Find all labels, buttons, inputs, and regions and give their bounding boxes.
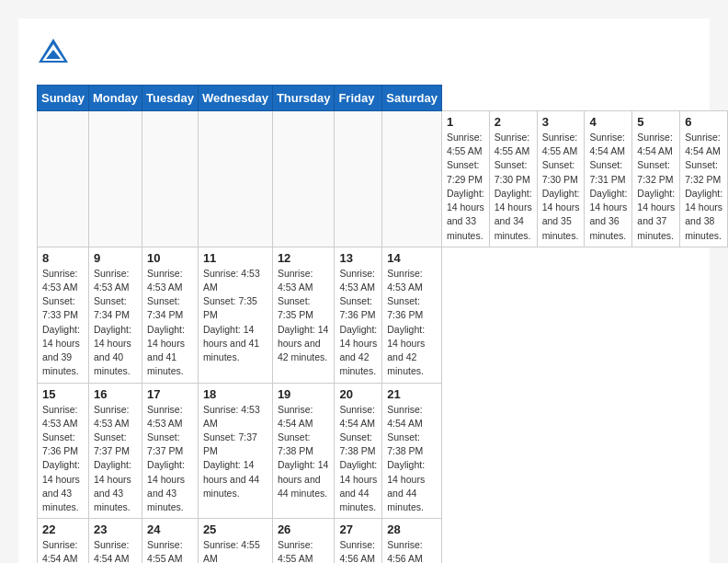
weekday-monday: Monday	[88, 86, 142, 111]
day-number: 16	[94, 387, 137, 401]
weekday-sunday: Sunday	[38, 86, 89, 111]
calendar-cell: 28Sunrise: 4:56 AMSunset: 7:39 PMDayligh…	[382, 519, 442, 563]
weekday-thursday: Thursday	[272, 86, 335, 111]
calendar-week-1: 1Sunrise: 4:55 AMSunset: 7:29 PMDaylight…	[38, 111, 729, 247]
calendar-cell: 2Sunrise: 4:55 AMSunset: 7:30 PMDaylight…	[489, 111, 537, 247]
day-info: Sunrise: 4:53 AMSunset: 7:36 PMDaylight:…	[42, 403, 84, 515]
calendar-cell: 4Sunrise: 4:54 AMSunset: 7:31 PMDaylight…	[585, 111, 632, 247]
day-number: 21	[387, 387, 437, 401]
calendar-cell: 17Sunrise: 4:53 AMSunset: 7:37 PMDayligh…	[142, 383, 199, 519]
calendar-cell: 21Sunrise: 4:54 AMSunset: 7:38 PMDayligh…	[382, 383, 442, 519]
calendar-cell: 24Sunrise: 4:55 AMSunset: 7:39 PMDayligh…	[142, 519, 199, 563]
calendar-cell: 3Sunrise: 4:55 AMSunset: 7:30 PMDaylight…	[537, 111, 585, 247]
weekday-saturday: Saturday	[382, 86, 442, 111]
weekday-header-row: SundayMondayTuesdayWednesdayThursdayFrid…	[38, 86, 729, 111]
day-info: Sunrise: 4:54 AMSunset: 7:32 PMDaylight:…	[685, 131, 722, 243]
day-info: Sunrise: 4:55 AMSunset: 7:30 PMDaylight:…	[495, 131, 532, 243]
calendar-cell: 23Sunrise: 4:54 AMSunset: 7:39 PMDayligh…	[88, 519, 142, 563]
day-number: 28	[387, 523, 437, 536]
day-info: Sunrise: 4:54 AMSunset: 7:38 PMDaylight:…	[42, 538, 84, 563]
day-info: Sunrise: 4:54 AMSunset: 7:38 PMDaylight:…	[278, 403, 330, 501]
day-number: 11	[203, 251, 267, 265]
day-number: 1	[447, 115, 484, 129]
day-info: Sunrise: 4:53 AMSunset: 7:36 PMDaylight:…	[387, 267, 437, 379]
day-number: 18	[203, 387, 267, 401]
calendar-page: SundayMondayTuesdayWednesdayThursdayFrid…	[18, 18, 710, 563]
calendar-cell: 26Sunrise: 4:55 AMSunset: 7:39 PMDayligh…	[272, 519, 335, 563]
day-info: Sunrise: 4:55 AMSunset: 7:29 PMDaylight:…	[447, 131, 484, 243]
calendar-cell: 16Sunrise: 4:53 AMSunset: 7:37 PMDayligh…	[88, 383, 142, 519]
day-number: 3	[542, 115, 580, 129]
calendar-cell: 6Sunrise: 4:54 AMSunset: 7:32 PMDaylight…	[680, 111, 728, 247]
day-number: 9	[94, 251, 137, 265]
calendar-table: SundayMondayTuesdayWednesdayThursdayFrid…	[37, 85, 728, 563]
calendar-cell: 1Sunrise: 4:55 AMSunset: 7:29 PMDaylight…	[441, 111, 489, 247]
calendar-cell: 18Sunrise: 4:53 AMSunset: 7:37 PMDayligh…	[198, 383, 272, 519]
day-info: Sunrise: 4:53 AMSunset: 7:37 PMDaylight:…	[94, 403, 137, 515]
page-header	[37, 37, 691, 70]
day-number: 17	[147, 387, 193, 401]
weekday-tuesday: Tuesday	[142, 86, 199, 111]
day-info: Sunrise: 4:54 AMSunset: 7:38 PMDaylight:…	[387, 403, 437, 515]
logo	[37, 37, 75, 70]
calendar-cell	[38, 111, 89, 247]
day-info: Sunrise: 4:54 AMSunset: 7:38 PMDaylight:…	[339, 403, 377, 515]
day-number: 2	[495, 115, 532, 129]
day-info: Sunrise: 4:53 AMSunset: 7:35 PMDaylight:…	[203, 267, 267, 365]
calendar-cell: 12Sunrise: 4:53 AMSunset: 7:35 PMDayligh…	[272, 247, 335, 383]
calendar-cell: 10Sunrise: 4:53 AMSunset: 7:34 PMDayligh…	[142, 247, 199, 383]
calendar-cell	[142, 111, 199, 247]
day-info: Sunrise: 4:54 AMSunset: 7:31 PMDaylight:…	[589, 131, 627, 243]
calendar-cell: 14Sunrise: 4:53 AMSunset: 7:36 PMDayligh…	[382, 247, 442, 383]
calendar-week-4: 22Sunrise: 4:54 AMSunset: 7:38 PMDayligh…	[38, 519, 729, 563]
day-number: 10	[147, 251, 193, 265]
weekday-wednesday: Wednesday	[198, 86, 272, 111]
calendar-cell	[198, 111, 272, 247]
day-number: 25	[203, 523, 267, 536]
day-number: 24	[147, 523, 193, 536]
calendar-cell	[88, 111, 142, 247]
day-number: 6	[685, 115, 722, 129]
logo-icon	[37, 37, 70, 70]
day-info: Sunrise: 4:55 AMSunset: 7:39 PMDaylight:…	[278, 538, 330, 563]
calendar-week-2: 8Sunrise: 4:53 AMSunset: 7:33 PMDaylight…	[38, 247, 729, 383]
calendar-cell: 13Sunrise: 4:53 AMSunset: 7:36 PMDayligh…	[335, 247, 382, 383]
day-info: Sunrise: 4:53 AMSunset: 7:34 PMDaylight:…	[94, 267, 137, 379]
day-number: 26	[278, 523, 330, 536]
day-info: Sunrise: 4:53 AMSunset: 7:36 PMDaylight:…	[339, 267, 377, 379]
calendar-cell	[272, 111, 335, 247]
day-number: 12	[278, 251, 330, 265]
calendar-cell	[335, 111, 382, 247]
calendar-cell: 19Sunrise: 4:54 AMSunset: 7:38 PMDayligh…	[272, 383, 335, 519]
day-number: 8	[42, 251, 84, 265]
calendar-body: 1Sunrise: 4:55 AMSunset: 7:29 PMDaylight…	[38, 111, 729, 564]
day-info: Sunrise: 4:53 AMSunset: 7:37 PMDaylight:…	[147, 403, 193, 515]
day-number: 14	[387, 251, 437, 265]
calendar-cell: 20Sunrise: 4:54 AMSunset: 7:38 PMDayligh…	[335, 383, 382, 519]
calendar-cell: 8Sunrise: 4:53 AMSunset: 7:33 PMDaylight…	[38, 247, 89, 383]
day-info: Sunrise: 4:55 AMSunset: 7:39 PMDaylight:…	[147, 538, 193, 563]
calendar-cell: 15Sunrise: 4:53 AMSunset: 7:36 PMDayligh…	[38, 383, 89, 519]
calendar-cell	[382, 111, 442, 247]
calendar-cell: 27Sunrise: 4:56 AMSunset: 7:39 PMDayligh…	[335, 519, 382, 563]
calendar-cell: 25Sunrise: 4:55 AMSunset: 7:39 PMDayligh…	[198, 519, 272, 563]
day-number: 22	[42, 523, 84, 536]
day-info: Sunrise: 4:53 AMSunset: 7:35 PMDaylight:…	[278, 267, 330, 365]
calendar-cell: 22Sunrise: 4:54 AMSunset: 7:38 PMDayligh…	[38, 519, 89, 563]
day-info: Sunrise: 4:53 AMSunset: 7:34 PMDaylight:…	[147, 267, 193, 379]
day-info: Sunrise: 4:53 AMSunset: 7:33 PMDaylight:…	[42, 267, 84, 379]
calendar-cell: 9Sunrise: 4:53 AMSunset: 7:34 PMDaylight…	[88, 247, 142, 383]
day-number: 5	[637, 115, 675, 129]
weekday-friday: Friday	[335, 86, 382, 111]
calendar-cell: 11Sunrise: 4:53 AMSunset: 7:35 PMDayligh…	[198, 247, 272, 383]
day-number: 23	[94, 523, 137, 536]
day-number: 27	[339, 523, 377, 536]
day-number: 20	[339, 387, 377, 401]
day-info: Sunrise: 4:54 AMSunset: 7:32 PMDaylight:…	[637, 131, 675, 243]
day-info: Sunrise: 4:54 AMSunset: 7:39 PMDaylight:…	[94, 538, 137, 563]
day-info: Sunrise: 4:56 AMSunset: 7:39 PMDaylight:…	[339, 538, 377, 563]
day-info: Sunrise: 4:55 AMSunset: 7:39 PMDaylight:…	[203, 538, 267, 563]
day-number: 4	[589, 115, 627, 129]
day-number: 13	[339, 251, 377, 265]
day-info: Sunrise: 4:55 AMSunset: 7:30 PMDaylight:…	[542, 131, 580, 243]
